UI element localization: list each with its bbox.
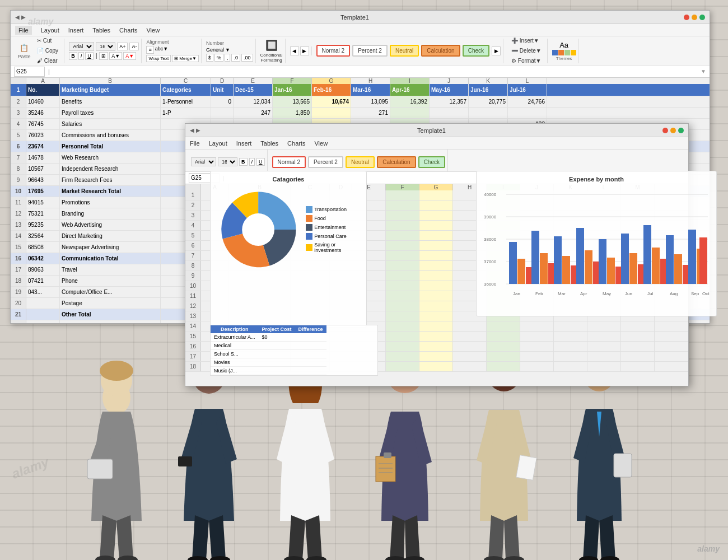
alamy-logo: alamy: [697, 544, 720, 553]
style-normal[interactable]: Normal 2: [316, 45, 351, 57]
menu-charts[interactable]: Charts: [119, 27, 137, 34]
copy-btn[interactable]: 📄 Copy: [34, 46, 62, 55]
svg-rect-30: [652, 248, 660, 284]
cell-reference-input[interactable]: [14, 67, 45, 77]
menu-layout[interactable]: Layout: [41, 27, 59, 34]
svg-rect-56: [178, 456, 192, 466]
font-grow-btn[interactable]: A+: [117, 43, 128, 50]
percent-btn[interactable]: %: [214, 54, 223, 62]
style-neutral-overlay[interactable]: Neutral: [346, 156, 375, 168]
style-check-overlay[interactable]: Check: [418, 156, 445, 168]
menu-charts-overlay[interactable]: Charts: [287, 140, 305, 147]
window-controls-main: [684, 15, 705, 20]
expand-formula-btn[interactable]: ▼: [701, 68, 706, 74]
svg-text:36000: 36000: [484, 282, 497, 287]
svg-rect-26: [621, 234, 629, 284]
style-percent-overlay[interactable]: Percent 2: [308, 156, 343, 168]
delete-cells-btn[interactable]: ➖ Delete▼: [508, 46, 545, 55]
svg-rect-29: [643, 225, 651, 284]
style-check[interactable]: Check: [463, 45, 489, 57]
minimize-btn-overlay[interactable]: [670, 128, 676, 133]
cell-1f: Jan-16: [273, 84, 312, 96]
table-row: Extracurricular A... $0: [211, 333, 326, 342]
style-normal-overlay[interactable]: Normal 2: [272, 156, 306, 168]
cell-1c: Categories: [161, 84, 211, 96]
italic-overlay[interactable]: I: [249, 158, 255, 166]
insert-cells-btn[interactable]: ➕ Insert▼: [508, 36, 545, 45]
svg-text:Feb: Feb: [535, 291, 543, 296]
svg-rect-18: [562, 256, 570, 284]
scroll-right-btn[interactable]: ▶: [300, 46, 309, 55]
wrap-text-btn[interactable]: Wrap Text: [146, 55, 171, 62]
currency-btn[interactable]: $: [206, 54, 213, 62]
col-header-g: G: [312, 78, 351, 84]
table-row: Movies: [211, 358, 326, 367]
person-1-svg: [72, 325, 161, 560]
svg-rect-85: [614, 454, 632, 477]
cut-btn[interactable]: ✂ Cut: [34, 36, 62, 45]
svg-text:Sep: Sep: [691, 291, 699, 296]
themes-section: Aa Themes: [550, 39, 579, 63]
menu-insert-overlay[interactable]: Insert: [236, 140, 252, 147]
toolbar-main: 📋 Paste ✂ Cut 📄 Copy 🖌 Clear Arial 16 A: [11, 36, 710, 66]
maximize-btn[interactable]: [699, 15, 705, 20]
style-neutral[interactable]: Neutral: [390, 45, 419, 57]
svg-text:Jan: Jan: [513, 291, 520, 296]
svg-rect-14: [531, 231, 539, 284]
italic-btn[interactable]: I: [78, 52, 85, 60]
formula-input[interactable]: [53, 68, 697, 75]
font-size-select[interactable]: 16: [96, 42, 115, 51]
minimize-btn[interactable]: [692, 15, 697, 20]
increase-decimal-btn[interactable]: .0: [231, 54, 240, 62]
format-painter-btn[interactable]: 🖌 Clear: [34, 56, 62, 66]
window-controls-overlay: [662, 128, 684, 133]
menu-insert[interactable]: Insert: [68, 27, 84, 34]
style-calculation[interactable]: Calculation: [421, 45, 460, 57]
fill-color-btn[interactable]: A▼: [109, 52, 122, 60]
align-left-btn[interactable]: ≡: [146, 46, 153, 54]
close-btn-overlay[interactable]: [662, 128, 668, 133]
bold-overlay[interactable]: B: [239, 158, 248, 166]
underline-overlay[interactable]: U: [256, 158, 265, 166]
svg-rect-24: [607, 258, 615, 284]
format-cells-btn[interactable]: ⚙ Format▼: [508, 56, 545, 66]
font-shrink-btn[interactable]: A-: [129, 43, 139, 50]
font-select[interactable]: Arial: [69, 42, 94, 51]
paste-btn[interactable]: 📋: [16, 42, 32, 54]
bold-btn[interactable]: B: [69, 52, 77, 60]
col-header-d: D: [211, 78, 234, 84]
window-title-overlay: Template1: [200, 127, 662, 134]
style-calc-overlay[interactable]: Calculation: [377, 156, 416, 168]
menu-view-overlay[interactable]: View: [314, 140, 328, 147]
font-select-overlay[interactable]: Arial: [191, 157, 216, 166]
merge-btn[interactable]: ⊞ Merge▼: [172, 55, 199, 62]
menu-view[interactable]: View: [146, 27, 160, 34]
menu-layout-overlay[interactable]: Layout: [209, 140, 227, 147]
svg-text:38000: 38000: [484, 237, 497, 242]
oh-f: F: [386, 184, 419, 190]
svg-text:37000: 37000: [484, 259, 497, 264]
svg-point-50: [100, 361, 133, 381]
decrease-decimal-btn[interactable]: .00: [241, 54, 253, 62]
border-btn[interactable]: ⊞: [99, 52, 108, 60]
menu-file-overlay[interactable]: File: [190, 140, 200, 147]
clipboard-section: 📋 Paste ✂ Cut 📄 Copy 🖌 Clear: [14, 39, 64, 63]
close-btn[interactable]: [684, 15, 689, 20]
maximize-btn-overlay[interactable]: [678, 128, 684, 133]
style-percent[interactable]: Percent 2: [352, 45, 388, 57]
underline-btn[interactable]: U: [85, 52, 94, 60]
cell-1l: Jul-16: [508, 84, 547, 96]
svg-rect-35: [688, 230, 696, 284]
comma-btn[interactable]: ,: [225, 54, 231, 62]
window-title-main: Template1: [26, 14, 684, 21]
size-select-overlay[interactable]: 16: [218, 157, 237, 166]
styles-more-btn[interactable]: ▶: [492, 46, 501, 55]
font-section-overlay: Arial 16 B I U: [189, 150, 268, 172]
cell-1i: Apr-16: [390, 84, 430, 96]
scroll-left-btn[interactable]: ◀: [290, 46, 299, 55]
menu-tables-overlay[interactable]: Tables: [260, 140, 278, 147]
bar-chart-container: Expense by month 40000 39000 38000 37000…: [476, 171, 717, 316]
menu-tables[interactable]: Tables: [92, 27, 110, 34]
font-color-btn[interactable]: A▼: [123, 52, 136, 60]
menu-file[interactable]: File: [15, 26, 32, 35]
